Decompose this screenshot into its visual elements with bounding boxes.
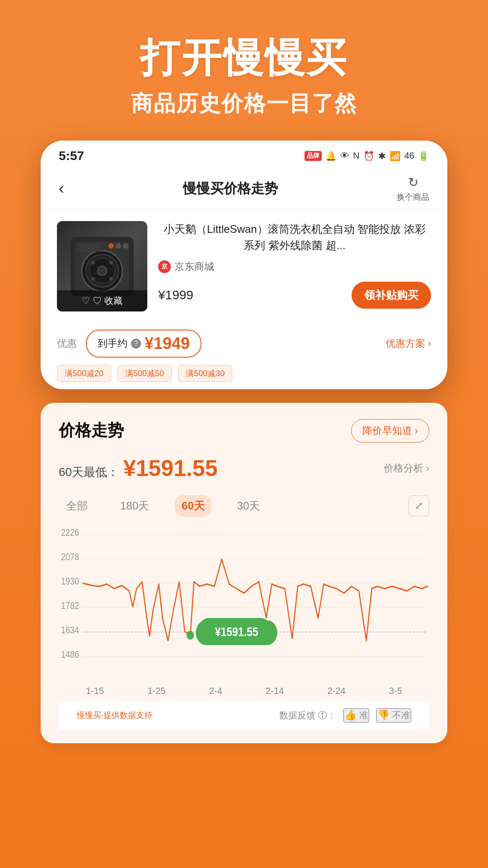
discount-link[interactable]: 优惠方案 › xyxy=(385,337,431,350)
coupons-row: 满500减20 满500减50 满500减30 xyxy=(57,365,431,382)
collect-button[interactable]: ♡ ♡ 收藏 xyxy=(57,290,147,311)
page-title: 慢慢买价格走势 xyxy=(183,179,278,198)
trend-header: 价格走势 降价早知道 › xyxy=(59,419,429,443)
svg-point-5 xyxy=(98,266,107,275)
final-price-wrap: 到手约 ? ¥1949 xyxy=(86,330,202,358)
min-price-row: 60天最低： ¥1591.55 价格分析 › xyxy=(59,455,429,481)
time-tabs: 全部 180天 60天 30天 ⤢ xyxy=(59,495,429,517)
signal-icon: 46 xyxy=(404,151,414,161)
bottom-bar: 慢慢买·提供数据支持 数据反馈 ①： 👍 准 👎 不准 xyxy=(59,701,429,730)
x-label-6: 3-5 xyxy=(389,686,402,696)
final-price-info: ? xyxy=(131,339,141,349)
price-analysis-link[interactable]: 价格分析 › xyxy=(384,462,429,475)
x-label-4: 2-14 xyxy=(266,686,284,696)
price-row: ¥1999 领补贴购买 xyxy=(158,282,431,309)
feedback-label: 数据反馈 ①： xyxy=(279,709,336,722)
thumb-up-button[interactable]: 👍 准 xyxy=(343,708,369,722)
svg-text:¥1591.55: ¥1591.55 xyxy=(215,625,258,639)
shop-tag: 京 京东商城 xyxy=(158,260,431,274)
min-price-left: 60天最低： ¥1591.55 xyxy=(59,455,217,481)
svg-point-6 xyxy=(91,261,95,264)
svg-text:1634: 1634 xyxy=(61,624,79,635)
svg-text:2226: 2226 xyxy=(61,528,79,538)
eye-icon: 👁 xyxy=(340,151,349,161)
x-label-3: 2-4 xyxy=(209,686,222,696)
hero-section: 打开慢慢买 商品历史价格一目了然 5:57 品牌 🔔 👁 N ⏰ ✱ 📶 46 … xyxy=(0,0,488,770)
heart-icon: ♡ xyxy=(82,295,90,306)
coupon-tag-2: 满500减50 xyxy=(117,365,172,382)
status-icons: 品牌 🔔 👁 N ⏰ ✱ 📶 46 🔋 xyxy=(305,151,429,161)
coupon-tag-3: 满500减30 xyxy=(178,365,232,382)
boss-badge: 品牌 xyxy=(305,151,322,161)
price-alert-button[interactable]: 降价早知道 › xyxy=(351,419,429,443)
product-section: ♡ ♡ 收藏 小天鹅（LittleSwan）滚筒洗衣机全自动 智能投放 浓彩系列… xyxy=(41,210,447,322)
back-button[interactable]: ‹ xyxy=(59,179,64,198)
svg-point-13 xyxy=(123,243,128,249)
battery-icon: 🔋 xyxy=(418,151,429,161)
alarm-icon: ⏰ xyxy=(363,151,375,161)
nav-bar: ‹ 慢慢买价格走势 ↻ 换个商品 xyxy=(41,168,447,210)
wifi-icon: 📶 xyxy=(389,151,401,161)
feedback-section: 数据反馈 ①： 👍 准 👎 不准 xyxy=(279,708,411,722)
refresh-button[interactable]: ↻ 换个商品 xyxy=(397,175,429,203)
nfc-icon: N xyxy=(353,151,359,161)
svg-point-8 xyxy=(91,277,95,281)
svg-point-26 xyxy=(187,631,194,640)
product-name: 小天鹅（LittleSwan）滚筒洗衣机全自动 智能投放 浓彩系列 紫外线除菌 … xyxy=(158,221,431,254)
brand-label: 慢慢买·提供数据支持 xyxy=(77,710,152,721)
discount-section: 优惠 到手约 ? ¥1949 优惠方案 › 满500减20 满500减50 满5… xyxy=(41,322,447,389)
discount-label: 优惠 xyxy=(57,337,77,350)
refresh-label: 换个商品 xyxy=(397,192,429,203)
price-trend-card: 价格走势 降价早知道 › 60天最低： ¥1591.55 价格分析 › 全部 1… xyxy=(41,403,447,743)
final-price-text: 到手约 xyxy=(98,337,127,350)
tab-30[interactable]: 30天 xyxy=(230,495,267,517)
notification-icon: 🔔 xyxy=(325,151,337,161)
x-label-1: 1-15 xyxy=(86,686,104,696)
thumb-up-label: 准 xyxy=(359,709,368,722)
x-axis-labels: 1-15 1-25 2-4 2-14 2-24 3-5 xyxy=(59,681,429,696)
tab-all[interactable]: 全部 xyxy=(59,495,95,517)
original-price: ¥1999 xyxy=(158,288,193,302)
tab-60[interactable]: 60天 xyxy=(174,495,212,517)
svg-point-9 xyxy=(109,277,113,281)
collect-label: ♡ 收藏 xyxy=(93,295,122,307)
svg-text:1930: 1930 xyxy=(61,576,79,586)
min-price-label: 60天最低： xyxy=(59,464,119,480)
x-label-5: 2-24 xyxy=(328,686,346,696)
final-price-amount: ¥1949 xyxy=(145,334,190,353)
thumb-down-icon: 👎 xyxy=(377,709,389,721)
min-price-value: ¥1591.55 xyxy=(123,455,218,481)
svg-point-7 xyxy=(109,261,113,264)
x-label-2: 1-25 xyxy=(147,686,165,696)
phone-mockup: 5:57 品牌 🔔 👁 N ⏰ ✱ 📶 46 🔋 ‹ 慢慢买价格走势 ↻ 换个商… xyxy=(41,141,447,389)
svg-text:1486: 1486 xyxy=(61,649,79,660)
product-image-wrap: ♡ ♡ 收藏 xyxy=(57,221,147,311)
svg-text:2078: 2078 xyxy=(61,551,79,562)
buy-button[interactable]: 领补贴购买 xyxy=(352,282,431,309)
expand-button[interactable]: ⤢ xyxy=(408,495,429,516)
thumb-down-label: 不准 xyxy=(392,709,410,722)
thumb-up-icon: 👍 xyxy=(344,709,357,721)
status-bar: 5:57 品牌 🔔 👁 N ⏰ ✱ 📶 46 🔋 xyxy=(41,141,447,168)
status-time: 5:57 xyxy=(59,149,84,163)
refresh-icon: ↻ xyxy=(408,175,418,190)
coupon-tag-1: 满500减20 xyxy=(57,365,111,382)
svg-point-11 xyxy=(108,243,114,249)
svg-text:1782: 1782 xyxy=(61,600,79,611)
jd-icon: 京 xyxy=(158,260,171,273)
thumb-down-button[interactable]: 👎 不准 xyxy=(376,708,411,722)
discount-row: 优惠 到手约 ? ¥1949 优惠方案 › xyxy=(57,330,431,358)
bluetooth-icon: ✱ xyxy=(378,151,386,161)
svg-rect-10 xyxy=(77,244,100,252)
svg-point-12 xyxy=(116,243,121,249)
product-info: 小天鹅（LittleSwan）滚筒洗衣机全自动 智能投放 浓彩系列 紫外线除菌 … xyxy=(158,221,431,309)
hero-title: 打开慢慢买 xyxy=(27,36,461,80)
shop-name: 京东商城 xyxy=(174,260,214,274)
trend-title: 价格走势 xyxy=(59,420,124,442)
price-chart: 2226 2078 1930 1782 1634 1486 xyxy=(59,528,429,681)
tab-180[interactable]: 180天 xyxy=(113,495,156,517)
hero-subtitle: 商品历史价格一目了然 xyxy=(27,89,461,118)
